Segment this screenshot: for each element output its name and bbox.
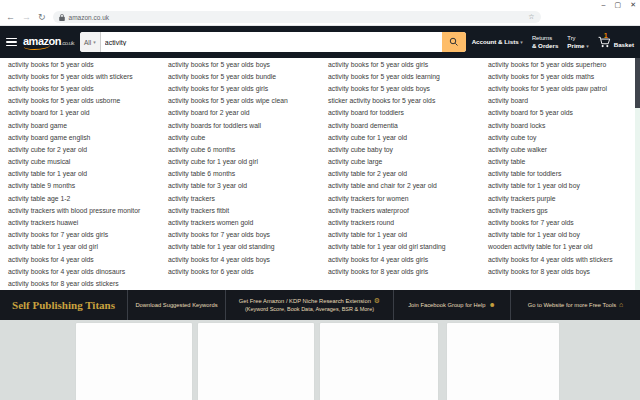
suggestion-item[interactable]: activity books for 5 year olds superhero: [480, 58, 640, 70]
suggestion-item[interactable]: activity board for toddlers: [320, 107, 480, 119]
suggestion-item[interactable]: activity cube for 1 year old girl: [160, 156, 320, 168]
suggestion-item[interactable]: activity books for 7 year olds girls: [0, 229, 160, 241]
suggestion-item[interactable]: activity books for 5 year olds boys: [320, 82, 480, 94]
suggestion-item[interactable]: activity cube baby toy: [320, 143, 480, 155]
suggestion-item[interactable]: activity cube for 2 year old: [0, 143, 160, 155]
address-bar[interactable]: amazon.co.uk ☆: [53, 11, 541, 23]
suggestion-item[interactable]: activity books for 8 year olds girls: [320, 265, 480, 277]
forward-icon[interactable]: →: [22, 13, 31, 22]
suggestion-item[interactable]: activity table for 1 year old boy: [480, 180, 640, 192]
suggestion-item[interactable]: activity board for 5 year olds: [480, 107, 640, 119]
basket-link[interactable]: 1 Basket: [598, 36, 634, 48]
spt-item-label: Download Suggested Keywords: [135, 301, 217, 309]
suggestion-item[interactable]: activity cube for 1 year old: [320, 131, 480, 143]
suggestion-item[interactable]: activity books for 5 year olds learning: [320, 70, 480, 82]
suggestion-item[interactable]: activity books for 5 year olds girls: [320, 58, 480, 70]
suggestion-item[interactable]: activity trackers gps: [480, 204, 640, 216]
suggestion-item[interactable]: activity table for 1 year old boy: [480, 229, 640, 241]
suggestion-item[interactable]: activity books for 4 year olds boys: [160, 253, 320, 265]
suggestion-item[interactable]: activity table and chair for 2 year old: [320, 180, 480, 192]
suggestion-item[interactable]: activity books for 5 year olds: [0, 58, 160, 70]
suggestion-item[interactable]: activity table for 1 year old standing: [160, 241, 320, 253]
suggestion-item[interactable]: activity board game: [0, 119, 160, 131]
suggestion-item[interactable]: activity books for 5 year olds: [0, 82, 160, 94]
get-extension-button[interactable]: Get Free Amazon / KDP Niche Research Ext…: [226, 290, 394, 320]
try-prime-menu[interactable]: Try Prime ▾: [567, 35, 588, 50]
suggestion-item[interactable]: activity books for 8 year olds boys: [480, 265, 640, 277]
suggestion-item[interactable]: activity trackers huawei: [0, 216, 160, 228]
search-input[interactable]: [101, 32, 442, 52]
suggestion-item[interactable]: activity books for 5 year olds paw patro…: [480, 82, 640, 94]
minimize-button[interactable]: –: [602, 1, 606, 8]
suggestion-item[interactable]: activity books for 5 year olds maths: [480, 70, 640, 82]
join-facebook-button[interactable]: Join Facebook Group for Help☻: [394, 290, 511, 320]
suggestion-item[interactable]: activity table for 1 year old girl: [0, 241, 160, 253]
maximize-button[interactable]: ▢: [615, 1, 622, 8]
suggestion-item[interactable]: activity books for 5 year olds with stic…: [0, 70, 160, 82]
suggestion-item[interactable]: activity cube musical: [0, 156, 160, 168]
suggestion-item[interactable]: activity trackers for women: [320, 192, 480, 204]
back-icon[interactable]: ←: [6, 13, 15, 22]
suggestion-item[interactable]: activity table 6 months: [160, 168, 320, 180]
suggestion-item[interactable]: activity cube 6 months: [160, 143, 320, 155]
scrollbar-thumb[interactable]: [635, 58, 640, 108]
suggestion-item[interactable]: activity table: [480, 156, 640, 168]
suggestion-item[interactable]: activity table for 2 year old: [320, 168, 480, 180]
suggestion-item[interactable]: sticker activity books for 5 year olds: [320, 95, 480, 107]
suggestion-item[interactable]: activity trackers purple: [480, 192, 640, 204]
suggestion-item[interactable]: activity cube large: [320, 156, 480, 168]
chevron-down-icon: ▾: [520, 39, 523, 45]
download-keywords-button[interactable]: Download Suggested Keywords: [128, 290, 226, 320]
chevron-down-icon: ▾: [586, 43, 589, 49]
suggestion-item[interactable]: activity board for 1 year old: [0, 107, 160, 119]
suggestion-item[interactable]: activity books for 5 year olds wipe clea…: [160, 95, 320, 107]
suggestion-item[interactable]: activity trackers round: [320, 216, 480, 228]
suggestion-item[interactable]: activity books for 8 year olds stickers: [0, 277, 160, 289]
suggestion-item[interactable]: activity table for 3 year old: [160, 180, 320, 192]
close-button[interactable]: ✕: [630, 1, 636, 8]
suggestion-item[interactable]: activity cube toy: [480, 131, 640, 143]
search-category-dropdown[interactable]: All ▾: [80, 32, 101, 52]
account-lists-menu[interactable]: Account & Lists ▾: [472, 38, 523, 46]
suggestion-item[interactable]: activity books for 5 year olds bundle: [160, 70, 320, 82]
suggestion-item[interactable]: activity table for 1 year old girl stand…: [320, 241, 480, 253]
suggestion-item[interactable]: activity books for 4 year olds dinosaurs: [0, 265, 160, 277]
suggestion-item[interactable]: activity table for toddlers: [480, 168, 640, 180]
suggestion-item[interactable]: activity trackers with blood pressure mo…: [0, 204, 160, 216]
suggestion-item[interactable]: activity trackers fitbit: [160, 204, 320, 216]
suggestion-item[interactable]: activity books for 7 year olds: [480, 216, 640, 228]
suggestion-item[interactable]: activity table 9 months: [0, 180, 160, 192]
suggestion-item[interactable]: activity board dementia: [320, 119, 480, 131]
suggestion-item[interactable]: activity table age 1-2: [0, 192, 160, 204]
hamburger-menu-icon[interactable]: [6, 38, 17, 47]
suggestion-item[interactable]: activity trackers: [160, 192, 320, 204]
suggestion-item[interactable]: wooden activity table for 1 year old: [480, 241, 640, 253]
suggestion-item[interactable]: activity board game english: [0, 131, 160, 143]
suggestion-item[interactable]: activity books for 4 year olds with stic…: [480, 253, 640, 265]
suggestion-item[interactable]: activity table for 1 year old: [0, 168, 160, 180]
spt-item-label: Go to Website for more Free Tools⌂: [528, 301, 624, 309]
returns-orders-link[interactable]: Returns & Orders: [532, 35, 558, 50]
suggestion-item[interactable]: activity board for 2 year old: [160, 107, 320, 119]
suggestion-item[interactable]: activity board locks: [480, 119, 640, 131]
suggestion-item[interactable]: activity books for 5 year olds girls: [160, 82, 320, 94]
suggestion-item[interactable]: activity cube walker: [480, 143, 640, 155]
bookmark-star-icon[interactable]: ☆: [528, 13, 534, 21]
suggestion-item[interactable]: activity trackers women gold: [160, 216, 320, 228]
suggestion-item[interactable]: activity books for 6 year olds: [160, 265, 320, 277]
suggestion-item[interactable]: activity boards for toddlers wall: [160, 119, 320, 131]
suggestion-item[interactable]: activity cube: [160, 131, 320, 143]
suggestion-item[interactable]: activity trackers waterproof: [320, 204, 480, 216]
suggestion-item[interactable]: activity board: [480, 95, 640, 107]
suggestion-item[interactable]: activity books for 5 year olds boys: [160, 58, 320, 70]
reload-icon[interactable]: ↻: [38, 13, 46, 22]
amazon-logo[interactable]: amazon.co.uk: [23, 36, 74, 48]
suggestion-item[interactable]: activity books for 4 year olds girls: [320, 253, 480, 265]
search-button[interactable]: [442, 32, 466, 52]
suggestion-item[interactable]: activity books for 4 year olds: [0, 253, 160, 265]
suggestion-item[interactable]: activity table for 1 year old: [320, 229, 480, 241]
suggestion-item[interactable]: activity books for 7 year olds boys: [160, 229, 320, 241]
suggestion-item[interactable]: activity books for 5 year olds usborne: [0, 95, 160, 107]
amazon-smile-icon: [24, 45, 50, 50]
go-to-website-button[interactable]: Go to Website for more Free Tools⌂: [511, 290, 640, 320]
